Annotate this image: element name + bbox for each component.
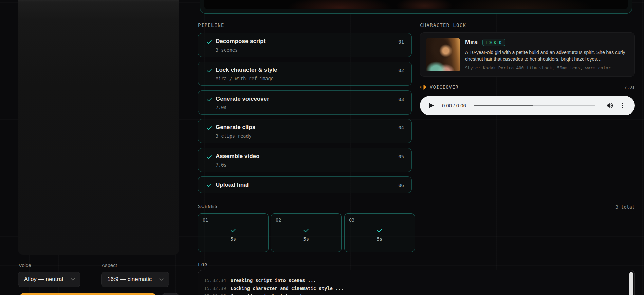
check-icon [206,39,213,45]
pipeline-step-generate-clips: Generate clips 3 clips ready 04 [198,119,412,143]
scene-number: 01 [203,217,208,223]
pipeline-step-generate-voiceover: Generate voiceover 7.0s 03 [198,90,412,115]
voice-label: Voice [19,262,31,268]
chevron-down-icon [71,276,75,282]
step-subtitle: 7.0s [216,105,227,110]
step-title: Lock character & style [216,67,277,73]
scene-card-02[interactable]: 02 5s [271,213,342,252]
pipeline-step-decompose-script: Decompose script 3 scenes 01 [198,33,412,57]
scene-card-03[interactable]: 03 5s [344,213,415,252]
log-panel[interactable]: 15:32:34 Breaking script into scenes ...… [198,270,635,295]
log-scrollbar-thumb[interactable] [629,272,633,295]
character-lock-section-header: CHARACTER LOCK [420,22,466,28]
log-timestamp: 15:32:39 [204,284,226,292]
pipeline-step-upload-final: Upload final 06 [198,176,412,193]
step-number: 02 [398,68,404,73]
character-lock-card: Mira LOCKED A 10-year-old girl with a pe… [420,32,635,77]
scene-duration: 5s [345,236,415,242]
character-style-line: Style: Kodak Portra 400 film stock, 50mm… [465,65,613,70]
step-number: 03 [398,97,404,102]
step-subtitle: 3 clips ready [216,133,252,139]
check-icon [206,68,213,74]
scene-number: 02 [276,217,281,223]
character-name: Mira [465,39,478,46]
log-entry: 15:33:05 Generating single-take voiceove… [204,292,624,295]
log-message: Generating single-take voiceover ... [231,292,330,295]
aspect-label: Aspect [102,262,117,268]
audio-lines-icon [420,84,426,90]
log-message: Breaking script into scenes ... [231,277,316,284]
check-icon [303,227,310,234]
audio-seek-bar[interactable] [474,105,595,106]
step-number: 06 [398,183,404,188]
log-section-header: LOG [198,262,208,267]
step-subtitle: 7.0s [216,162,227,168]
chevron-down-icon [159,276,164,282]
check-icon [206,182,213,188]
pipeline-section-header: PIPELINE [198,22,224,28]
log-entry: 15:32:39 Locking character and cinematic… [204,284,624,292]
scenes-section-header: SCENES [198,204,218,209]
check-icon [230,227,237,234]
aspect-select[interactable]: 16:9 — cinematic [101,272,169,287]
step-title: Upload final [216,181,249,188]
step-number: 05 [398,154,404,159]
step-title: Generate clips [216,124,255,131]
step-subtitle: 3 scenes [216,47,238,53]
scene-card-01[interactable]: 01 5s [198,213,269,252]
scene-number: 03 [349,217,354,223]
check-icon [206,125,213,131]
video-player[interactable] [204,0,628,9]
step-title: Assemble video [216,153,259,160]
step-title: Generate voiceover [216,96,269,102]
voiceover-duration: 7.0s [624,85,635,90]
step-title: Decompose script [216,38,265,45]
audio-player[interactable]: 0:00 / 0:06 [420,96,635,115]
app-screen: Voice Alloy — neutral Aspect 16:9 — cine… [0,0,644,295]
audio-seek-progress [474,105,533,106]
log-message: Locking character and cinematic style ..… [231,284,344,292]
kebab-menu-icon[interactable] [620,102,625,109]
pipeline-step-lock-character: Lock character & style Mira / with ref i… [198,62,412,86]
character-reference-image [426,38,460,71]
voiceover-section-header: VOICEOVER [430,84,459,90]
scenes-total-count: 3 total [615,204,635,210]
step-number: 04 [398,125,404,131]
character-description: A 10-year-old girl with a petite build a… [465,49,630,63]
log-timestamp: 15:32:34 [204,277,226,284]
volume-icon[interactable] [606,102,613,109]
check-icon [206,97,213,103]
play-icon[interactable] [428,102,434,109]
step-subtitle: Mira / with ref image [216,76,274,81]
sidebar-secondary-button[interactable] [162,293,179,295]
aspect-select-value: 16:9 — cinematic [107,276,152,283]
voice-select-value: Alloy — neutral [24,276,63,283]
audio-time-display: 0:00 / 0:06 [442,103,466,108]
voice-select[interactable]: Alloy — neutral [18,272,80,287]
script-input-panel[interactable] [18,0,179,255]
locked-status-badge: LOCKED [482,39,505,46]
log-timestamp: 15:33:05 [204,292,226,295]
video-preview-card [200,0,632,14]
step-number: 01 [398,39,404,45]
pipeline-step-assemble-video: Assemble video 7.0s 05 [198,148,412,172]
generate-button[interactable] [20,293,156,295]
check-icon [376,227,383,234]
check-icon [206,154,213,160]
log-entry: 15:32:34 Breaking script into scenes ... [204,277,624,284]
scene-duration: 5s [198,236,268,242]
scene-duration: 5s [271,236,341,242]
voiceover-header-row: VOICEOVER 7.0s [420,84,635,90]
